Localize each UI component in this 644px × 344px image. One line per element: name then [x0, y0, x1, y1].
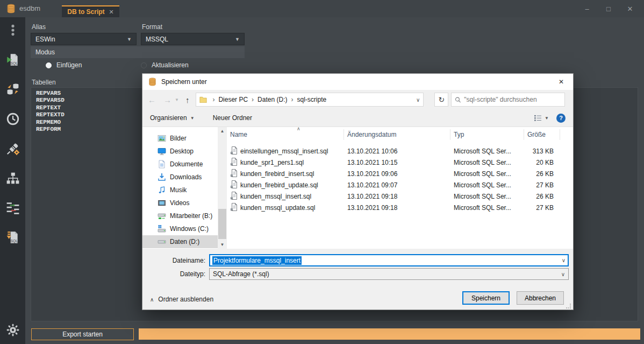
save-button[interactable]: Speichern [462, 291, 510, 305]
address-bar[interactable]: ›Dieser PC›Daten (D:)›sql-scripte ∨ [196, 93, 424, 107]
hierarchy-icon[interactable] [5, 171, 20, 186]
tabellen-item[interactable]: REPMEMO [33, 119, 65, 126]
alias-dropdown[interactable]: ESWin ▼ [31, 33, 137, 45]
sidebar-item-label: Daten (D:) [170, 238, 199, 245]
change-view-button[interactable]: ▼ [534, 115, 549, 122]
db-sync-icon[interactable] [5, 82, 20, 97]
titlebar: esdbm DB to Script ✕ –□✕ [0, 0, 644, 17]
column-header-name[interactable]: Name [227, 129, 344, 140]
scrollbar-thumb[interactable] [218, 209, 226, 239]
search-icon [455, 96, 461, 103]
file-date: 13.10.2021 10:06 [344, 148, 450, 155]
file-type: Microsoft SQL Ser... [450, 170, 524, 178]
pictures-icon [158, 134, 166, 143]
sidebar-item-videos[interactable]: Videos [142, 196, 218, 209]
refresh-button[interactable]: ↻ [434, 93, 448, 107]
dialog-titlebar[interactable]: Speichern unter ✕ [142, 74, 573, 90]
tab-db-to-script[interactable]: DB to Script ✕ [62, 5, 119, 17]
chevron-down-icon: ▼ [127, 37, 132, 42]
radio-option-aktualisieren[interactable]: Aktualisieren [141, 61, 189, 69]
back-arrow-icon[interactable]: ← [148, 95, 156, 104]
resize-grip[interactable] [566, 304, 571, 309]
export-start-button[interactable]: Export starten [31, 328, 134, 340]
search-input[interactable] [464, 96, 561, 103]
sidebar-item-music[interactable]: Musik [142, 184, 218, 196]
table-row[interactable]: kunden_mssql_update.sql13.10.2021 09:18M… [227, 202, 573, 213]
sidebar-item-network-drive[interactable]: Mitarbeiter (B:) [142, 209, 218, 222]
recent-locations-chevron-icon[interactable]: ▼ [175, 97, 179, 102]
scroll-down-icon[interactable]: ▼ [218, 242, 227, 247]
organize-menu[interactable]: Organisieren ▼ [150, 114, 195, 122]
close-button[interactable]: ✕ [619, 0, 641, 17]
tabellen-item[interactable]: REPVARSD [33, 97, 65, 104]
help-icon[interactable]: ? [556, 114, 566, 123]
sidebar-item-downloads[interactable]: Downloads [142, 171, 218, 184]
tabellen-item[interactable]: REPFORM [33, 126, 65, 133]
history-clock-icon[interactable] [5, 111, 20, 127]
column-header-gre[interactable]: Größe [524, 129, 560, 140]
filename-input[interactable]: Projektformulare_mssql_insert ∨ [209, 254, 569, 266]
tabellen-item[interactable]: REPTEXT [33, 104, 65, 111]
dialog-close-icon[interactable]: ✕ [549, 78, 573, 86]
radio-option-einfügen[interactable]: Einfügen [46, 61, 82, 69]
chevron-down-icon: ∨ [561, 271, 565, 277]
folder-icon [199, 96, 207, 103]
format-dropdown[interactable]: MSSQL ▼ [141, 33, 245, 45]
sidebar-item-desktop[interactable]: Desktop [142, 145, 218, 158]
tabellen-list[interactable]: REPVARSREPVARSDREPTEXTREPTEXTDREPMEMOREP… [33, 90, 65, 133]
sidebar-item-pictures[interactable]: Bilder [142, 132, 218, 145]
sidebar-item-drive[interactable]: Daten (D:) [142, 235, 218, 248]
hide-folders-label: Ordner ausblenden [158, 296, 213, 303]
sidebar-item-documents[interactable]: Dokumente [142, 158, 218, 171]
plug-config-icon[interactable] [5, 141, 20, 156]
format-label: Format [142, 23, 162, 31]
music-icon [158, 186, 166, 194]
table-row[interactable]: einstellungen_mssql_insert.sql13.10.2021… [227, 145, 573, 157]
dialog-body: BilderDesktopDokumenteDownloadsMusikVide… [142, 127, 573, 249]
breadcrumb-item[interactable]: Dieser PC [218, 96, 248, 103]
radio-unselected-icon[interactable] [141, 62, 147, 68]
settings-gear-icon[interactable] [5, 322, 20, 338]
tabellen-item[interactable]: REPTEXTD [33, 111, 65, 118]
column-header-nderungsdatum[interactable]: Änderungsdatum [344, 129, 450, 140]
sort-ascending-icon: ∧ [297, 126, 300, 131]
modus-options: EinfügenAktualisieren [31, 58, 245, 72]
column-header-typ[interactable]: Typ [450, 129, 524, 140]
up-arrow-icon[interactable]: ↑ [185, 95, 190, 104]
sql-run-icon[interactable]: SQL [5, 52, 20, 67]
table-row[interactable]: kunden_firebird_insert.sql13.10.2021 09:… [227, 168, 573, 179]
nav-scrollbar[interactable]: ▲ ▼ [218, 127, 227, 249]
forward-arrow-icon[interactable]: → [163, 95, 171, 104]
minimize-button[interactable]: – [576, 0, 598, 17]
modus-header: Modus [31, 46, 245, 58]
tab-label: DB to Script [67, 8, 104, 16]
menu-ellipsis-icon[interactable] [5, 23, 20, 38]
table-row[interactable]: kunde_spr1_pers1.sql13.10.2021 10:15Micr… [227, 157, 573, 168]
chevron-down-icon[interactable]: ∨ [562, 257, 566, 263]
app-logo-database-icon [6, 4, 16, 13]
tab-close-icon[interactable]: ✕ [109, 9, 114, 16]
tabellen-item[interactable]: REPVARS [33, 90, 65, 97]
address-dropdown-chevron-icon[interactable]: ∨ [416, 97, 420, 103]
breadcrumb-item[interactable]: Daten (D:) [257, 96, 287, 103]
drive-icon [158, 237, 166, 246]
new-folder-button[interactable]: Neuer Ordner [213, 114, 252, 122]
maximize-button[interactable]: □ [598, 0, 619, 17]
table-row[interactable]: kunden_mssql_insert.sql13.10.2021 09:18M… [227, 191, 573, 202]
filetype-dropdown[interactable]: SQL-Abfrage (*.sql) ∨ [209, 268, 569, 280]
dialog-footer: Dateiname: Projektformulare_mssql_insert… [142, 249, 573, 289]
breadcrumb-item[interactable]: sql-scripte [297, 96, 326, 103]
scroll-up-icon[interactable]: ▲ [218, 129, 227, 134]
network-drive-icon [158, 212, 166, 220]
window-controls: –□✕ [576, 0, 641, 17]
compare-list-icon[interactable] [5, 200, 20, 215]
cancel-button[interactable]: Abbrechen [517, 291, 564, 305]
radio-selected-icon[interactable] [46, 62, 52, 68]
hide-folders-toggle[interactable]: ∧ Ordner ausblenden [150, 296, 213, 303]
table-row[interactable]: kunden_firebird_update.sql13.10.2021 09:… [227, 179, 573, 191]
modus-group: Modus EinfügenAktualisieren [31, 46, 245, 72]
sidebar-item-label: Downloads [170, 173, 202, 181]
search-box[interactable] [451, 93, 565, 107]
sidebar-item-windows-drive[interactable]: Windows (C:) [142, 222, 218, 235]
sql-export-icon[interactable]: SQL [5, 230, 20, 245]
